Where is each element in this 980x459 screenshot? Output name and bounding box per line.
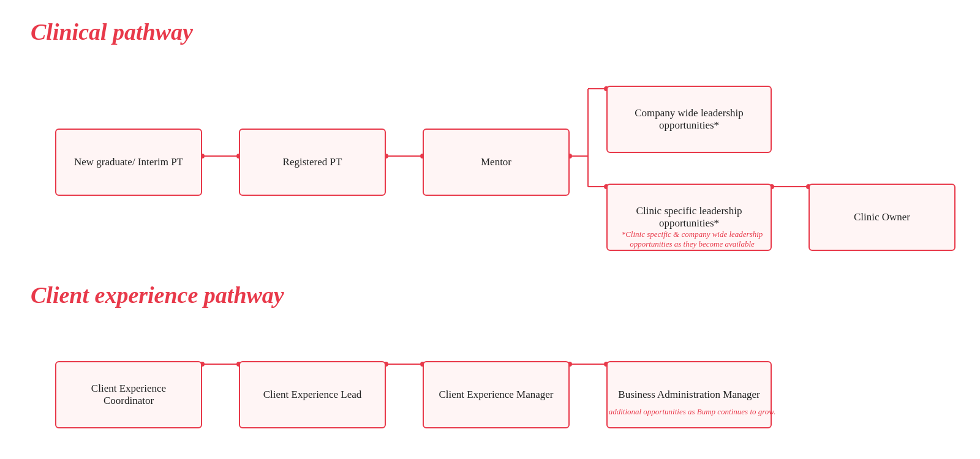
box-registered-pt: Registered PT bbox=[239, 129, 386, 196]
clinical-pathway-section: Clinical pathway New gr bbox=[31, 18, 949, 275]
client-pathway-section: Client experience pathway Client Experie… bbox=[31, 282, 949, 435]
client-title: Client experience pathway bbox=[31, 282, 949, 308]
box-new-grad: New graduate/ Interim PT bbox=[55, 129, 202, 196]
box-mentor: Mentor bbox=[423, 129, 570, 196]
box-lead: Client Experience Lead bbox=[239, 361, 386, 428]
clinical-footnote: *Clinic specific & company wide leadersh… bbox=[606, 230, 778, 249]
box-clinic-owner: Clinic Owner bbox=[809, 184, 956, 251]
box-biz-admin: Business Administration Manager bbox=[606, 361, 772, 428]
page-container: Clinical pathway New gr bbox=[0, 0, 980, 453]
client-footnote: additional opportunities as Bump continu… bbox=[606, 407, 778, 417]
box-manager: Client Experience Manager bbox=[423, 361, 570, 428]
box-company-wide: Company wide leadership opportunities* bbox=[606, 86, 772, 153]
box-coordinator: Client Experience Coordinator bbox=[55, 361, 202, 428]
clinical-title: Clinical pathway bbox=[31, 18, 949, 45]
